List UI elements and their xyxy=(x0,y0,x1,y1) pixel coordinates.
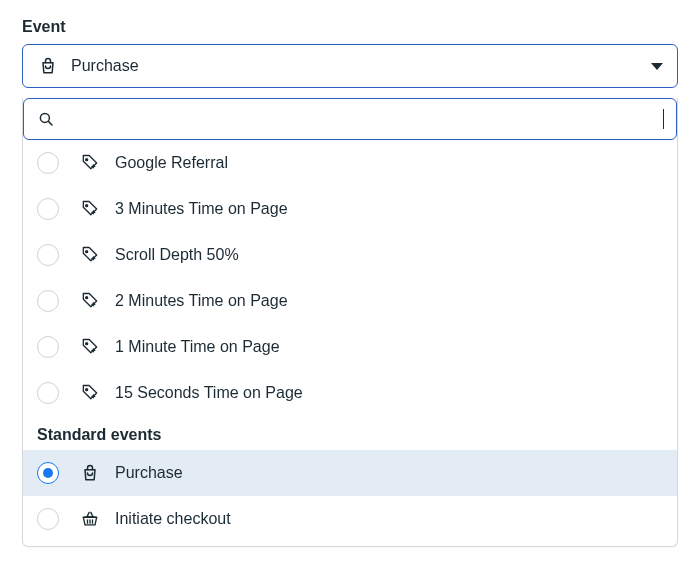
search-row[interactable] xyxy=(23,98,677,140)
search-input[interactable] xyxy=(66,99,661,139)
event-option[interactable]: Scroll Depth 50% xyxy=(23,232,677,278)
shopping-bag-icon xyxy=(37,55,59,77)
chevron-down-icon xyxy=(651,63,663,70)
svg-point-6 xyxy=(86,343,88,345)
search-icon xyxy=(36,109,56,129)
radio-button[interactable] xyxy=(37,382,59,404)
radio-button[interactable] xyxy=(37,290,59,312)
option-label: 1 Minute Time on Page xyxy=(115,338,280,356)
tag-sparkle-icon xyxy=(79,336,101,358)
shopping-bag-icon xyxy=(79,462,101,484)
radio-button[interactable] xyxy=(37,336,59,358)
option-label: 15 Seconds Time on Page xyxy=(115,384,303,402)
event-option[interactable]: Purchase xyxy=(23,450,677,496)
tag-sparkle-icon xyxy=(79,290,101,312)
svg-point-4 xyxy=(86,251,88,253)
option-label: Google Referral xyxy=(115,154,228,172)
option-label: Scroll Depth 50% xyxy=(115,246,239,264)
field-label: Event xyxy=(22,18,678,36)
svg-point-3 xyxy=(86,205,88,207)
svg-point-5 xyxy=(86,297,88,299)
option-label: 2 Minutes Time on Page xyxy=(115,292,288,310)
standard-events-heading: Standard events xyxy=(23,416,677,450)
svg-point-0 xyxy=(40,113,49,122)
radio-button[interactable] xyxy=(37,152,59,174)
event-option[interactable]: 2 Minutes Time on Page xyxy=(23,278,677,324)
event-option[interactable]: 1 Minute Time on Page xyxy=(23,324,677,370)
event-select-trigger[interactable]: Purchase xyxy=(22,44,678,88)
svg-point-7 xyxy=(86,389,88,391)
svg-point-2 xyxy=(86,159,88,161)
tag-sparkle-icon xyxy=(79,198,101,220)
option-label: Purchase xyxy=(115,464,183,482)
event-option[interactable]: 15 Seconds Time on Page xyxy=(23,370,677,416)
event-option[interactable]: 3 Minutes Time on Page xyxy=(23,186,677,232)
radio-button[interactable] xyxy=(37,508,59,530)
basket-icon xyxy=(79,508,101,530)
svg-line-1 xyxy=(49,122,52,125)
tag-sparkle-icon xyxy=(79,152,101,174)
event-option[interactable]: Initiate checkout xyxy=(23,496,677,542)
radio-button[interactable] xyxy=(37,244,59,266)
event-dropdown-panel: Google Referral3 Minutes Time on PageScr… xyxy=(22,98,678,547)
text-cursor xyxy=(663,109,664,129)
tag-sparkle-icon xyxy=(79,244,101,266)
radio-button[interactable] xyxy=(37,462,59,484)
option-label: Initiate checkout xyxy=(115,510,231,528)
option-label: 3 Minutes Time on Page xyxy=(115,200,288,218)
tag-sparkle-icon xyxy=(79,382,101,404)
radio-button[interactable] xyxy=(37,198,59,220)
event-option[interactable]: Google Referral xyxy=(23,140,677,186)
selected-value-text: Purchase xyxy=(71,57,651,75)
